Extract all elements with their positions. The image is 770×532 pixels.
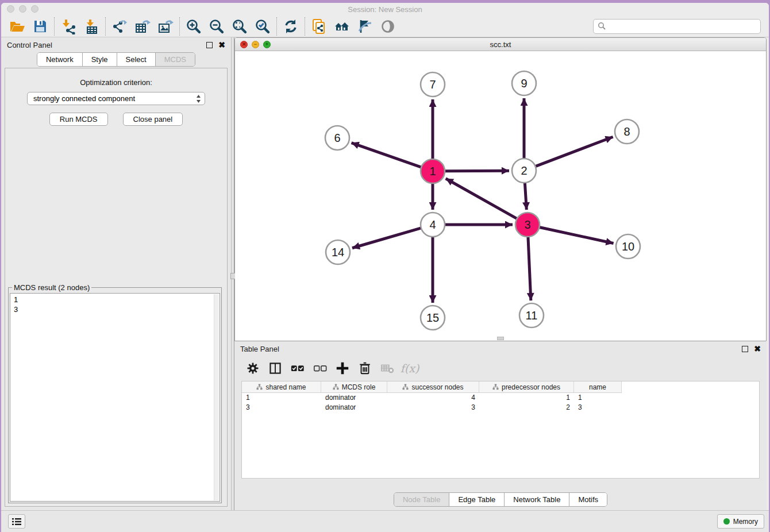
edge-2-8[interactable]	[536, 137, 613, 166]
edge-3-11[interactable]	[528, 237, 531, 300]
node-7[interactable]: 7	[421, 72, 445, 97]
network-close-icon[interactable]: ✕	[240, 41, 248, 48]
edge-1-6[interactable]	[352, 143, 422, 167]
float-table-panel-icon[interactable]	[742, 346, 748, 352]
edge-4-14[interactable]	[352, 228, 421, 248]
node-15[interactable]: 15	[421, 306, 445, 330]
edge-3-1[interactable]	[446, 179, 517, 219]
edge-3-10[interactable]	[540, 227, 614, 243]
edge-1-2[interactable]	[445, 171, 509, 171]
run-mcds-button[interactable]: Run MCDS	[49, 113, 108, 126]
table-cell[interactable]: 4	[387, 393, 479, 403]
table-row[interactable]: 3dominator323	[242, 403, 622, 413]
network-graph[interactable]: 7968124314101511	[235, 51, 767, 341]
table-cell[interactable]: 1	[479, 393, 574, 403]
export-image-icon[interactable]	[154, 17, 177, 36]
apply-layout-icon[interactable]	[279, 17, 302, 36]
memory-button[interactable]: Memory	[717, 514, 764, 529]
table-cell[interactable]: 3	[242, 403, 321, 413]
table-cell[interactable]: dominator	[321, 403, 387, 413]
zoom-out-icon[interactable]	[205, 17, 228, 36]
table-cell[interactable]: 3	[574, 403, 622, 413]
toolbar-separator	[105, 17, 106, 36]
minimize-window-button[interactable]	[19, 5, 26, 13]
network-maximize-icon[interactable]: +	[263, 41, 271, 48]
tab-motifs[interactable]: Motifs	[569, 493, 607, 506]
table-cell[interactable]: dominator	[321, 393, 387, 403]
select-all-icon[interactable]	[288, 359, 307, 377]
tab-network-table[interactable]: Network Table	[505, 493, 569, 506]
network-overview-icon[interactable]	[330, 17, 353, 36]
node-8[interactable]: 8	[615, 119, 639, 144]
deselect-all-icon[interactable]	[311, 359, 329, 377]
node-label: 9	[521, 77, 527, 90]
network-minimize-icon[interactable]: −	[252, 41, 259, 48]
close-window-button[interactable]	[7, 5, 14, 13]
float-panel-icon[interactable]	[206, 42, 213, 48]
column-header-successor-nodes[interactable]: successor nodes	[387, 381, 479, 392]
column-header-name[interactable]: name	[574, 381, 622, 392]
tab-network[interactable]: Network	[37, 53, 83, 66]
node-14[interactable]: 14	[326, 240, 350, 264]
node-label: 14	[332, 246, 344, 259]
memory-status-icon	[723, 518, 730, 525]
zoom-selected-icon[interactable]	[251, 17, 274, 36]
node-9[interactable]: 9	[512, 71, 536, 95]
node-3[interactable]: 3	[515, 213, 540, 237]
import-table-icon[interactable]	[80, 17, 103, 36]
delete-table-icon[interactable]	[378, 359, 396, 377]
node-label: 7	[429, 78, 436, 91]
result-scrollbar[interactable]	[214, 294, 219, 500]
node-10[interactable]: 10	[616, 234, 640, 259]
main-area: Control Panel ✖ NetworkStyleSelectMCDS O…	[1, 37, 769, 510]
edge-2-3[interactable]	[525, 183, 526, 210]
maximize-window-button[interactable]	[31, 5, 38, 13]
titlebar: Session: New Session	[1, 3, 769, 16]
app-window: Session: New Session	[1, 3, 769, 532]
table-cell[interactable]: 1	[242, 393, 321, 403]
hide-graphics-details-icon[interactable]	[353, 17, 376, 36]
import-network-icon[interactable]	[57, 17, 80, 36]
node-label: 1	[429, 165, 436, 178]
export-table-icon[interactable]	[131, 17, 154, 36]
node-1[interactable]: 1	[421, 159, 445, 183]
tab-mcds[interactable]: MCDS	[156, 53, 195, 66]
network-canvas[interactable]: 7968124314101511	[235, 51, 766, 341]
zoom-fit-icon[interactable]	[228, 17, 251, 36]
add-row-icon[interactable]	[333, 359, 352, 377]
tab-style[interactable]: Style	[83, 53, 117, 66]
task-history-button[interactable]	[8, 514, 25, 529]
column-header-MCDS-role[interactable]: MCDS role	[321, 381, 387, 392]
table-cell[interactable]: 1	[574, 393, 622, 403]
close-table-panel-icon[interactable]: ✖	[754, 346, 761, 352]
close-panel-button[interactable]: Close panel	[123, 113, 183, 126]
node-6[interactable]: 6	[325, 126, 349, 150]
mcds-result-text[interactable]: 1 3	[10, 293, 220, 502]
table-cell[interactable]: 2	[479, 403, 574, 413]
optimization-criterion-select[interactable]: strongly connected component	[27, 92, 205, 105]
delete-row-icon[interactable]	[356, 359, 374, 377]
control-panel-tabs: NetworkStyleSelectMCDS	[1, 52, 231, 67]
columns-icon[interactable]	[266, 359, 284, 377]
export-network-icon[interactable]	[108, 17, 131, 36]
tab-node-table[interactable]: Node Table	[394, 493, 450, 506]
clone-network-icon[interactable]	[307, 17, 330, 36]
node-11[interactable]: 11	[519, 303, 544, 327]
tab-select[interactable]: Select	[117, 53, 156, 66]
close-panel-icon[interactable]: ✖	[218, 42, 225, 48]
show-graphics-details-icon[interactable]	[376, 17, 399, 36]
split-drag-handle[interactable]	[497, 337, 504, 340]
save-session-icon[interactable]	[29, 17, 52, 36]
table-row[interactable]: 1dominator411	[242, 393, 622, 403]
column-header-predecessor-nodes[interactable]: predecessor nodes	[479, 381, 574, 392]
tab-edge-table[interactable]: Edge Table	[449, 493, 505, 506]
gear-icon[interactable]	[244, 359, 262, 377]
zoom-in-icon[interactable]	[182, 17, 205, 36]
search-input[interactable]	[593, 19, 761, 34]
node-4[interactable]: 4	[421, 213, 445, 237]
node-2[interactable]: 2	[512, 159, 536, 183]
table-cell[interactable]: 3	[387, 403, 479, 413]
column-header-shared-name[interactable]: shared name	[242, 381, 321, 392]
node-label: 6	[334, 132, 340, 144]
open-session-icon[interactable]	[6, 17, 29, 36]
